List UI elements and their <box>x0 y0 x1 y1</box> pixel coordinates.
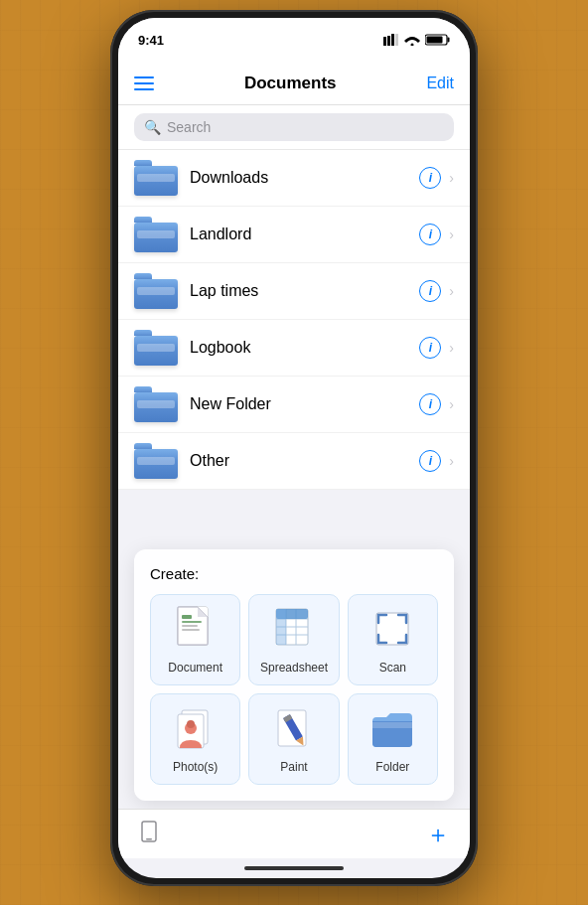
search-bar: 🔍 Search <box>118 105 470 150</box>
create-document-button[interactable]: Document <box>150 594 240 685</box>
svg-rect-11 <box>182 625 198 627</box>
info-button[interactable]: i <box>419 224 441 245</box>
photos-icon <box>171 704 220 754</box>
edit-button[interactable]: Edit <box>426 75 454 92</box>
svg-rect-1 <box>387 36 390 46</box>
svg-rect-7 <box>448 38 450 43</box>
list-item[interactable]: Logbook i › <box>118 320 470 377</box>
folder-icon <box>134 443 178 479</box>
chevron-right-icon: › <box>449 283 454 299</box>
svg-rect-31 <box>372 722 412 728</box>
page-title: Documents <box>244 74 337 93</box>
chevron-right-icon: › <box>449 226 454 242</box>
create-document-label: Document <box>168 661 222 675</box>
list-item[interactable]: Landlord i › <box>118 207 470 263</box>
file-list: Downloads i › Landlord i › Lap times <box>118 150 470 490</box>
list-item[interactable]: Lap times i › <box>118 263 470 320</box>
create-paint-label: Paint <box>280 760 307 774</box>
info-button[interactable]: i <box>419 450 441 472</box>
folder-name: New Folder <box>190 395 419 413</box>
folder-icon <box>134 160 178 196</box>
create-folder-button[interactable]: Folder <box>348 693 438 785</box>
scan-icon <box>368 605 417 655</box>
home-indicator <box>118 858 470 878</box>
folder-icon <box>134 273 178 309</box>
home-bar <box>244 866 344 870</box>
phone-screen: 9:41 Documents Edit 🔍 Search <box>118 18 470 878</box>
folder-name: Logbook <box>190 339 419 357</box>
folder-name: Downloads <box>190 169 419 187</box>
create-scan-label: Scan <box>379 661 406 675</box>
svg-rect-2 <box>391 34 394 46</box>
menu-icon[interactable] <box>134 76 154 90</box>
svg-point-4 <box>411 44 414 47</box>
create-panel: Create: <box>134 549 454 801</box>
search-container[interactable]: 🔍 Search <box>134 113 454 141</box>
svg-rect-22 <box>376 613 408 645</box>
list-item[interactable]: Downloads i › <box>118 150 470 207</box>
bottom-tagline-area: Manage all your files easily <box>74 886 513 905</box>
folder-name: Other <box>190 452 419 470</box>
create-label: Create: <box>150 565 438 582</box>
folder-create-icon <box>368 704 417 754</box>
info-button[interactable]: i <box>419 393 441 415</box>
bottom-bar: ＋ <box>118 809 470 858</box>
create-photos-label: Photo(s) <box>173 760 218 774</box>
svg-rect-10 <box>182 621 202 623</box>
folder-icon <box>134 330 178 366</box>
info-button[interactable]: i <box>419 167 441 189</box>
spreadsheet-icon <box>269 605 319 655</box>
phone-frame: 9:41 Documents Edit 🔍 Search <box>110 10 478 886</box>
folder-icon <box>134 386 178 422</box>
chevron-right-icon: › <box>449 453 454 469</box>
info-button[interactable]: i <box>419 337 441 359</box>
document-icon <box>171 605 220 655</box>
search-icon: 🔍 <box>144 119 161 135</box>
folder-name: Lap times <box>190 282 419 300</box>
create-grid: Document <box>150 594 438 785</box>
paint-icon <box>269 704 319 754</box>
status-bar: 9:41 <box>118 18 470 62</box>
chevron-right-icon: › <box>449 340 454 356</box>
svg-rect-6 <box>427 37 443 44</box>
search-placeholder: Search <box>167 119 211 135</box>
info-button[interactable]: i <box>419 280 441 302</box>
list-item[interactable]: New Folder i › <box>118 377 470 433</box>
svg-rect-13 <box>182 615 192 619</box>
svg-rect-3 <box>395 34 398 46</box>
create-scan-button[interactable]: Scan <box>348 594 438 685</box>
create-folder-label: Folder <box>375 760 409 774</box>
svg-rect-33 <box>146 838 152 840</box>
folder-name: Landlord <box>190 226 419 243</box>
svg-rect-12 <box>182 629 200 631</box>
folder-icon <box>134 217 178 252</box>
chevron-right-icon: › <box>449 170 454 186</box>
list-item[interactable]: Other i › <box>118 433 470 490</box>
add-button[interactable]: ＋ <box>426 819 450 850</box>
create-spreadsheet-label: Spreadsheet <box>260 661 328 675</box>
create-photos-button[interactable]: Photo(s) <box>150 693 240 785</box>
svg-rect-0 <box>383 37 386 46</box>
create-spreadsheet-button[interactable]: Spreadsheet <box>248 594 339 685</box>
nav-bar: Documents Edit <box>118 62 470 105</box>
empty-area <box>118 490 470 549</box>
device-icon <box>138 821 160 847</box>
nav-left[interactable] <box>134 76 154 90</box>
svg-point-26 <box>187 720 195 728</box>
create-paint-button[interactable]: Paint <box>248 693 339 785</box>
svg-rect-21 <box>276 609 286 645</box>
chevron-right-icon: › <box>449 396 454 412</box>
